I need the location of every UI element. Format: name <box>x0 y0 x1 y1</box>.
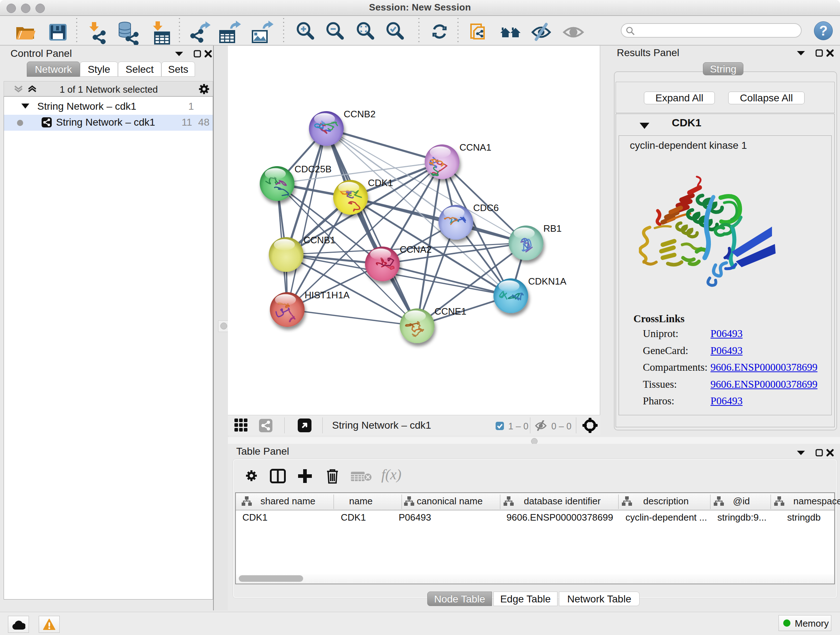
svg-text:CDKN1A: CDKN1A <box>528 276 567 287</box>
svg-text:CDK1: CDK1 <box>368 177 393 188</box>
svg-text:CCNB2: CCNB2 <box>344 109 376 119</box>
svg-text:CDC25B: CDC25B <box>294 164 332 174</box>
svg-text:RB1: RB1 <box>543 223 562 234</box>
svg-text:CCNB1: CCNB1 <box>303 234 335 245</box>
svg-text:CCNA1: CCNA1 <box>459 142 491 153</box>
svg-text:CDC6: CDC6 <box>473 203 499 213</box>
svg-text:HIST1H1A: HIST1H1A <box>305 290 350 301</box>
svg-text:CCNE1: CCNE1 <box>434 306 466 317</box>
svg-text:CCNA2: CCNA2 <box>400 244 431 255</box>
